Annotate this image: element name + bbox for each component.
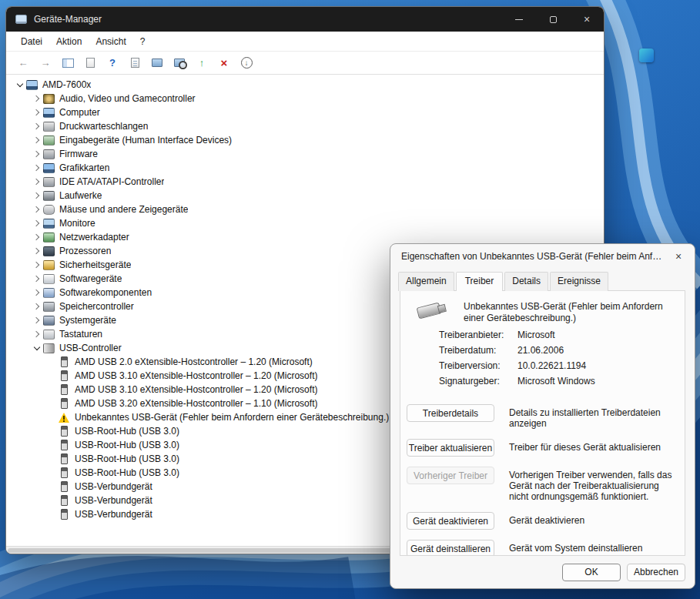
field-row: Treiberversion:10.0.22621.1194 [439, 361, 685, 371]
network-adapter-icon [43, 233, 55, 243]
desktop-icon[interactable] [639, 49, 654, 62]
field-value: 10.0.22621.1194 [517, 361, 685, 371]
chevron-right-icon[interactable] [31, 147, 43, 161]
geraet-deinstallieren-button[interactable]: Gerät deinstallieren [407, 540, 494, 556]
tree-item-laufwerke[interactable]: Laufwerke [6, 189, 604, 202]
chevron-right-icon[interactable] [31, 133, 43, 147]
help-icon[interactable]: ? [103, 54, 122, 72]
tree-item-maeuse[interactable]: Mäuse und andere Zeigegeräte [6, 202, 604, 216]
menu-hilfe[interactable]: ? [133, 33, 152, 50]
treiber-aktualisieren-button[interactable]: Treiber aktualisieren [407, 439, 494, 457]
tree-item-eingabegeraete[interactable]: Eingabegeräte (Human Interface Devices) [6, 133, 604, 147]
usb-device-icon [61, 398, 68, 409]
chevron-right-icon[interactable] [31, 272, 43, 286]
menu-datei[interactable]: Datei [14, 33, 49, 50]
field-label: Treiberdatum: [439, 346, 517, 356]
display-adapter-icon [43, 163, 55, 173]
chevron-right-icon[interactable] [31, 189, 43, 202]
dialog-close-button[interactable]: × [662, 244, 695, 269]
menu-ansicht[interactable]: Ansicht [89, 33, 132, 50]
field-row: Treiberanbieter:Microsoft [439, 330, 685, 340]
tree-item-amd-7600x[interactable]: AMD-7600x [6, 78, 604, 92]
software-component-icon [43, 288, 55, 298]
tab-treiber[interactable]: Treiber [456, 272, 504, 291]
action-description: Gerät deaktivieren [509, 512, 675, 526]
properties-dialog: Eigenschaften von Unbekanntes USB-Gerät … [390, 243, 695, 589]
window-title: Geräte-Manager [34, 14, 502, 25]
cancel-button[interactable]: Abbrechen [627, 564, 685, 581]
chevron-right-icon[interactable] [31, 202, 43, 216]
tree-item-druckwarteschlangen[interactable]: Druckwarteschlangen [6, 119, 604, 133]
vorheriger-treiber-button: Vorheriger Treiber [407, 467, 494, 484]
tree-item-monitore[interactable]: Monitore [6, 216, 604, 230]
disable-device-icon[interactable]: ↓ [237, 54, 256, 72]
field-value: Microsoft Windows [517, 376, 685, 387]
tree-item-grafikkarten[interactable]: Grafikkarten [6, 161, 604, 175]
treiberdetails-button[interactable]: Treiberdetails [407, 404, 494, 422]
scan-hardware-icon[interactable] [170, 54, 189, 72]
chevron-right-icon[interactable] [31, 327, 43, 341]
tab-bar: Allgemein Treiber Details Ereignisse [390, 269, 695, 290]
tab-details[interactable]: Details [504, 272, 548, 291]
menu-aktion[interactable]: Aktion [49, 33, 89, 50]
maximize-icon [550, 16, 557, 23]
usb-device-icon [61, 495, 68, 506]
uninstall-device-icon[interactable]: × [215, 54, 233, 72]
ok-button[interactable]: OK [562, 564, 621, 581]
devices-icon[interactable] [148, 54, 166, 72]
tree-item-firmware[interactable]: Firmware [6, 147, 604, 161]
tab-ereignisse[interactable]: Ereignisse [550, 272, 608, 291]
chevron-right-icon[interactable] [31, 105, 43, 119]
chevron-right-icon[interactable] [31, 92, 43, 105]
tree-item-netzwerkadapter[interactable]: Netzwerkadapter [6, 230, 604, 244]
forward-icon[interactable]: → [36, 54, 55, 72]
system-device-icon [43, 316, 55, 326]
field-row: Treiberdatum:21.06.2006 [439, 346, 685, 356]
computer-icon [43, 108, 55, 118]
action-description: Gerät vom System deinstallieren (Erweite… [509, 540, 675, 556]
tab-allgemein[interactable]: Allgemein [398, 272, 454, 291]
close-button[interactable]: × [570, 7, 604, 32]
tree-item-computer[interactable]: Computer [6, 105, 604, 119]
export-list-icon[interactable] [81, 54, 99, 72]
panes-shape [62, 59, 74, 68]
chevron-right-icon[interactable] [31, 119, 43, 133]
back-icon[interactable]: ← [14, 54, 32, 72]
chevron-right-icon[interactable] [31, 216, 43, 230]
chevron-right-icon[interactable] [31, 313, 43, 327]
chevron-down-icon[interactable] [31, 341, 43, 355]
usb-device-icon [61, 467, 68, 478]
dialog-title: Eigenschaften von Unbekanntes USB-Gerät … [401, 251, 662, 262]
chevron-down-icon[interactable] [14, 78, 26, 92]
titlebar[interactable]: Geräte-Manager × [6, 7, 604, 32]
update-driver-icon[interactable]: ↑ [193, 54, 211, 72]
chevron-right-icon[interactable] [31, 161, 43, 175]
field-value: Microsoft [517, 330, 685, 340]
action-description: Details zu installierten Treiberdateien … [509, 404, 675, 429]
dialog-titlebar[interactable]: Eigenschaften von Unbekanntes USB-Gerät … [390, 244, 695, 269]
chevron-right-icon[interactable] [31, 230, 43, 244]
usb-device-icon [61, 370, 68, 381]
geraet-deaktivieren-button[interactable]: Gerät deaktivieren [407, 512, 494, 530]
chevron-right-icon[interactable] [31, 300, 43, 313]
properties-shape [131, 58, 139, 68]
tree-item-ide-controller[interactable]: IDE ATA/ATAPI-Controller [6, 175, 604, 189]
processor-icon [43, 246, 55, 256]
chevron-right-icon[interactable] [31, 175, 43, 189]
toolbar: ← → ? ↑ × ↓ [6, 52, 604, 75]
chevron-right-icon[interactable] [31, 258, 43, 272]
warning-icon [59, 413, 69, 423]
chevron-right-icon[interactable] [31, 244, 43, 258]
console-tree-icon[interactable] [59, 54, 77, 72]
monitor-magnifier-shape [174, 59, 185, 67]
chevron-right-icon[interactable] [31, 286, 43, 300]
properties-icon[interactable] [126, 54, 144, 72]
maximize-button[interactable] [536, 7, 570, 32]
field-label: Treiberanbieter: [439, 330, 517, 340]
scrollbar-thumb[interactable] [8, 548, 414, 553]
tree-item-audio[interactable]: Audio, Video und Gamecontroller [6, 92, 604, 105]
minimize-button[interactable] [502, 7, 536, 32]
monitor-shape [152, 59, 162, 67]
action-row: Treiberdetails Details zu installierten … [400, 404, 685, 429]
action-row: Gerät deinstallieren Gerät vom System de… [400, 540, 685, 556]
